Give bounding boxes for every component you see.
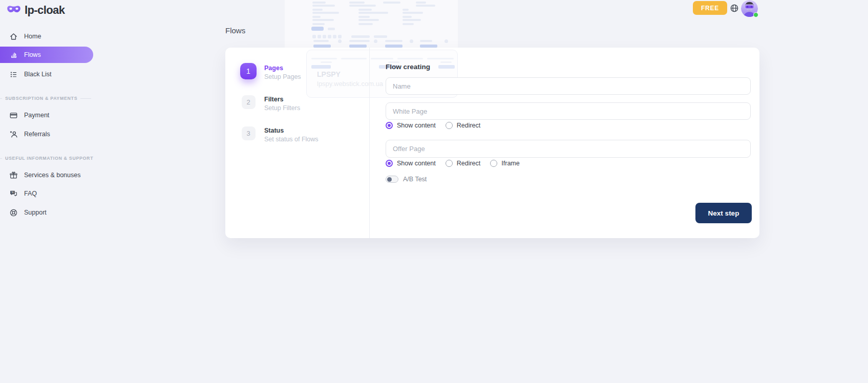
wizard-step-filters[interactable]: 2 Filters Setup Filters	[240, 94, 300, 112]
white-page-options: Show content Redirect	[386, 122, 480, 129]
radio-label: Show content	[397, 160, 436, 167]
ab-test-row: A/B Test	[386, 176, 427, 183]
sidebar-item-services[interactable]: Services & bonuses	[0, 167, 93, 183]
ab-test-label: A/B Test	[403, 176, 427, 183]
sidebar-section-support: USEFUL INFORMATION & SUPPORT	[0, 156, 91, 161]
sidebar-section-subscription: SUBSCRIPTION & PAYMENTS	[0, 96, 91, 101]
sidebar-item-label: Support	[24, 209, 47, 216]
radio-label: Redirect	[457, 122, 481, 129]
radio-label: Redirect	[457, 160, 481, 167]
flows-icon	[9, 51, 18, 59]
radio-show-content[interactable]: Show content	[386, 160, 436, 167]
svg-text:?!: ?!	[11, 190, 14, 194]
black-list-icon	[9, 70, 18, 79]
sidebar-item-payment[interactable]: Payment	[0, 107, 93, 123]
ghost-brand-text: LPSPY	[317, 70, 341, 78]
sidebar-item-label: Home	[24, 33, 41, 40]
flow-creating-modal: LPSPY lpspy.webstick.com.ua 1 Pages Setu…	[225, 48, 759, 238]
step-number-badge: 2	[242, 95, 256, 109]
home-icon	[9, 32, 18, 41]
sidebar-item-support[interactable]: Support	[0, 204, 93, 221]
ghost-url-text: lpspy.webstick.com.ua	[317, 80, 383, 88]
language-globe-icon[interactable]	[730, 4, 739, 13]
modal-divider	[369, 48, 370, 238]
brand-logo[interactable]: lp-cloak	[7, 4, 65, 17]
online-status-dot	[753, 12, 758, 17]
plan-badge[interactable]: FREE	[693, 1, 727, 15]
white-page-input[interactable]	[386, 102, 751, 120]
offer-page-options: Show content Redirect Iframe	[386, 160, 520, 167]
radio-iframe[interactable]: Iframe	[490, 160, 519, 167]
offer-page-input[interactable]	[386, 140, 751, 158]
page-title: Flows	[225, 26, 245, 35]
radio-unselected-icon	[446, 160, 453, 167]
radio-show-content[interactable]: Show content	[386, 122, 436, 129]
next-step-button[interactable]: Next step	[695, 203, 752, 223]
sidebar-item-flows[interactable]: Flows	[0, 47, 93, 63]
step-subtitle: Setup Filters	[264, 104, 300, 112]
sidebar: lp-cloak Home Flows	[0, 0, 93, 383]
sidebar-item-label: Black List	[24, 71, 52, 78]
step-title: Status	[264, 127, 319, 134]
step-subtitle: Setup Pages	[264, 73, 301, 80]
support-icon	[9, 208, 18, 217]
step-number-badge: 1	[240, 63, 257, 79]
ab-test-toggle[interactable]	[386, 176, 398, 183]
app-root: { "brand": { "name": "lp-cloak" }, "topb…	[0, 0, 868, 383]
radio-unselected-icon	[490, 160, 497, 167]
step-title: Pages	[264, 65, 301, 72]
ghost-background-content	[285, 0, 458, 48]
sidebar-item-label: FAQ	[24, 190, 37, 197]
brand-name: lp-cloak	[25, 4, 65, 17]
sidebar-item-label: Payment	[24, 112, 49, 119]
faq-icon: ?!	[9, 189, 18, 198]
step-subtitle: Set status of Flows	[264, 136, 319, 143]
radio-selected-icon	[386, 160, 393, 167]
wizard-step-status[interactable]: 3 Status Set status of Flows	[240, 125, 319, 143]
sidebar-item-label: Flows	[24, 51, 41, 58]
radio-label: Show content	[397, 122, 436, 129]
referrals-icon	[9, 130, 18, 139]
radio-redirect[interactable]: Redirect	[446, 160, 481, 167]
sidebar-item-home[interactable]: Home	[0, 28, 93, 45]
sidebar-item-referrals[interactable]: Referrals	[0, 126, 93, 142]
sidebar-item-label: Referrals	[24, 131, 50, 138]
radio-label: Iframe	[501, 160, 519, 167]
radio-selected-icon	[386, 122, 393, 129]
step-title: Filters	[264, 96, 300, 103]
sidebar-item-faq[interactable]: ?! FAQ	[0, 185, 93, 202]
name-input[interactable]	[386, 77, 751, 95]
radio-unselected-icon	[446, 122, 453, 129]
payment-icon	[9, 111, 18, 120]
form-title: Flow creating	[386, 63, 430, 71]
step-number-badge: 3	[242, 126, 256, 140]
sidebar-item-black-list[interactable]: Black List	[0, 66, 93, 82]
radio-redirect[interactable]: Redirect	[446, 122, 481, 129]
mask-icon	[7, 5, 21, 16]
wizard-step-pages[interactable]: 1 Pages Setup Pages	[240, 63, 301, 80]
gift-icon	[9, 171, 18, 180]
sidebar-item-label: Services & bonuses	[24, 172, 80, 179]
